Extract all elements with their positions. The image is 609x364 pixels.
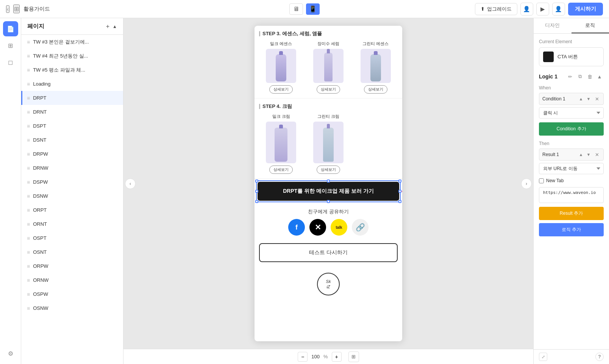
- drag-handle-dspw: ≡: [27, 179, 30, 185]
- condition-delete-button[interactable]: ✕: [593, 95, 600, 102]
- add-logic-button[interactable]: 로직 추가: [539, 223, 604, 236]
- mobile-device-button[interactable]: 📱: [306, 3, 320, 15]
- page-item-ornw[interactable]: ≡ ORNW ⋯: [21, 273, 123, 287]
- detail-button-milk-cream[interactable]: 상세보기: [269, 166, 293, 174]
- upgrade-button[interactable]: ⬆ 업그레이드: [475, 3, 517, 15]
- collapse-pages-button[interactable]: ▲: [112, 24, 117, 29]
- desktop-device-button[interactable]: 🖥: [289, 3, 303, 15]
- bottle-greentea-icon: [370, 54, 381, 81]
- detail-button-milk-essence[interactable]: 상세보기: [269, 85, 293, 94]
- page-item-drnt[interactable]: ≡ DRNT ⋯: [21, 105, 123, 119]
- publish-button[interactable]: 게시하기: [568, 3, 603, 16]
- panel-footer: ⤢ ?: [534, 349, 609, 364]
- page-item-osnw[interactable]: ≡ OSNW ⋯: [21, 301, 123, 315]
- logo-section: SkiZ: [255, 267, 402, 302]
- link-icon: 🔗: [356, 223, 365, 232]
- pages-list: ≡ TW #3 본인은 겉보기에... ⋯ ≡ TW #4 최근 5년동안 실.…: [21, 35, 123, 364]
- page-item-dspt[interactable]: ≡ DSPT ⋯: [21, 119, 123, 133]
- page-item-orpt[interactable]: ≡ ORPT ⋯: [21, 203, 123, 217]
- tab-logic[interactable]: 로직: [572, 18, 609, 33]
- profile-button[interactable]: 👤: [552, 3, 565, 16]
- result-delete-button[interactable]: ✕: [593, 151, 600, 158]
- facebook-share-button[interactable]: f: [288, 219, 305, 236]
- logic-edit-button[interactable]: ✏: [566, 72, 574, 81]
- page-item-dspw[interactable]: ≡ DSPW ⋯: [21, 175, 123, 189]
- handle-topright[interactable]: [398, 180, 401, 183]
- handle-bottomright[interactable]: [398, 200, 401, 203]
- detail-button-rose-serum[interactable]: 상세보기: [317, 85, 340, 94]
- help-button[interactable]: ?: [595, 353, 604, 361]
- then-label: Then: [539, 141, 604, 146]
- step4-products: 밀크 크림 상세보기 그린티 크림 상세보기: [259, 114, 398, 174]
- drag-handle-tw3: ≡: [27, 39, 30, 45]
- page-name-dspt: DSPT: [33, 123, 112, 129]
- sidebar-components-button[interactable]: ⊞: [3, 38, 18, 53]
- logic-collapse-button[interactable]: ▲: [595, 72, 604, 81]
- page-item-loading[interactable]: ≡ Loading ⋯: [21, 77, 123, 91]
- page-item-dsnt[interactable]: ≡ DSNT ⋯: [21, 133, 123, 147]
- page-item-ospt[interactable]: ≡ OSPT ⋯: [21, 231, 123, 245]
- tab-design[interactable]: 디자인: [534, 18, 572, 33]
- condition-down-button[interactable]: ▼: [585, 95, 592, 102]
- sidebar-settings-button[interactable]: ⚙: [3, 346, 18, 361]
- cta-button[interactable]: DRPT를 위한 메이크업 제품 보러 가기: [258, 182, 399, 201]
- sidebar-pages-button[interactable]: 📄: [3, 21, 18, 36]
- link-share-button[interactable]: 🔗: [352, 219, 369, 236]
- page-item-osnt[interactable]: ≡ OSNT ⋯: [21, 245, 123, 259]
- kakao-share-button[interactable]: talk: [331, 219, 347, 236]
- drag-handle-tw4: ≡: [27, 53, 30, 59]
- page-item-drpt[interactable]: ≡ DRPT ⋯: [21, 91, 123, 105]
- condition-up-button[interactable]: ▲: [578, 95, 584, 102]
- page-name-dsnw: DSNW: [33, 193, 112, 199]
- detail-button-greentea-essence[interactable]: 상세보기: [364, 85, 387, 94]
- page-item-ospw[interactable]: ≡ OSPW ⋯: [21, 287, 123, 301]
- upgrade-icon: ⬆: [481, 6, 485, 12]
- current-element-card: CTA 버튼: [539, 47, 604, 66]
- new-tab-checkbox-row: New Tab: [539, 178, 604, 183]
- expand-panel-button[interactable]: ⤢: [539, 353, 547, 361]
- canvas-nav-left[interactable]: ‹: [125, 178, 136, 189]
- new-tab-label[interactable]: New Tab: [546, 178, 564, 183]
- page-item-ornt[interactable]: ≡ ORNT ⋯: [21, 217, 123, 231]
- add-condition-button[interactable]: Condition 추가: [539, 122, 604, 136]
- url-input[interactable]: https://www.waveon.io: [539, 187, 604, 203]
- product-card-milk-essence: 밀크 에센스 상세보기: [259, 41, 303, 94]
- right-panel-tabs: 디자인 로직: [534, 18, 609, 34]
- product-img-rose-serum: [313, 49, 344, 83]
- page-name-orpt: ORPT: [33, 207, 112, 213]
- action-select[interactable]: 외부 URL로 이동: [539, 163, 604, 174]
- add-result-button[interactable]: Result 추가: [539, 207, 604, 220]
- drag-handle-drnt: ≡: [27, 109, 30, 115]
- page-item-drpw[interactable]: ≡ DRPW ⋯: [21, 147, 123, 161]
- zoom-out-button[interactable]: −: [298, 352, 308, 362]
- add-page-button[interactable]: +: [106, 23, 109, 30]
- page-item-drnw[interactable]: ≡ DRNW ⋯: [21, 161, 123, 175]
- page-item-dsnw[interactable]: ≡ DSNW ⋯: [21, 189, 123, 203]
- collapse-sidebar-button[interactable]: ‹: [6, 5, 9, 13]
- grid-view-button[interactable]: ⊞: [13, 5, 20, 13]
- page-item-tw4[interactable]: ≡ TW #4 최근 5년동안 실... ⋯: [21, 49, 123, 63]
- grid-toggle-button[interactable]: ⊞: [348, 352, 359, 362]
- drag-handle-drpw: ≡: [27, 151, 30, 157]
- bottle-cream-icon: [275, 128, 287, 162]
- play-button[interactable]: ▶: [536, 3, 549, 16]
- detail-button-greentea-cream[interactable]: 상세보기: [317, 166, 340, 174]
- result-name: Result 1: [542, 152, 576, 157]
- logic-copy-button[interactable]: ⧉: [576, 72, 584, 81]
- handle-bottomleft[interactable]: [255, 200, 258, 203]
- result-down-button[interactable]: ▼: [585, 151, 592, 158]
- page-item-orpw[interactable]: ≡ ORPW ⋯: [21, 259, 123, 273]
- canvas-nav-right[interactable]: ›: [521, 178, 532, 189]
- result-up-button[interactable]: ▲: [578, 151, 584, 158]
- new-tab-checkbox[interactable]: [539, 178, 544, 183]
- page-name-osnt: OSNT: [33, 249, 112, 255]
- zoom-in-button[interactable]: +: [332, 352, 342, 362]
- share-icon-button[interactable]: 👤: [520, 3, 533, 16]
- sidebar-layers-button[interactable]: ◻: [3, 55, 18, 70]
- trigger-select[interactable]: 클릭 시: [539, 107, 604, 119]
- twitter-share-button[interactable]: ✕: [309, 219, 326, 236]
- logic-delete-button[interactable]: 🗑: [586, 72, 594, 81]
- page-item-tw3[interactable]: ≡ TW #3 본인은 겉보기에... ⋯: [21, 35, 123, 49]
- page-item-tw5[interactable]: ≡ TW #5 평소 파일과 체... ⋯: [21, 63, 123, 77]
- retry-button[interactable]: 테스트 다시하기: [259, 243, 398, 262]
